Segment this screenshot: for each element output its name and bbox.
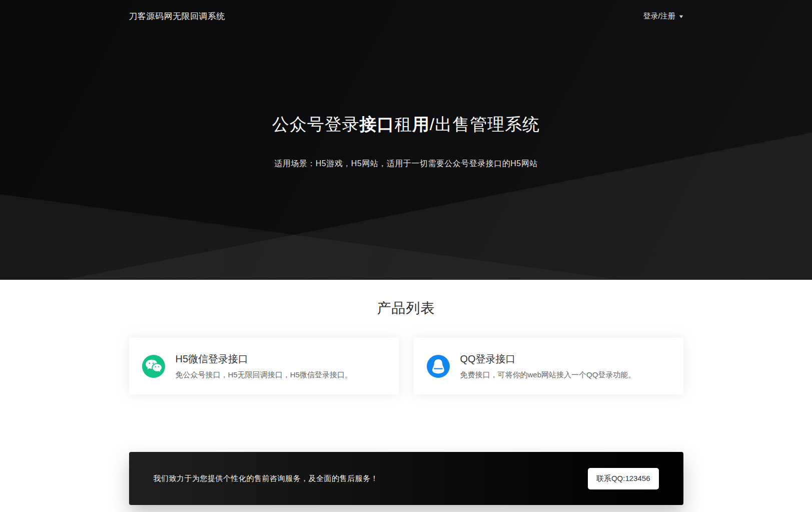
footer-section: 我们致力于为您提供个性化的售前咨询服务，及全面的售后服务！ 联系QQ:12345…	[0, 394, 812, 505]
hero-title-part: 用	[412, 115, 430, 134]
product-card-body: H5微信登录接口 免公众号接口，H5无限回调接口，H5微信登录接口。	[176, 352, 352, 380]
product-description: 免费接口，可将你的web网站接入一个QQ登录功能。	[460, 370, 636, 380]
hero-title-part: 接口	[360, 115, 395, 134]
product-card-wechat[interactable]: H5微信登录接口 免公众号接口，H5无限回调接口，H5微信登录接口。	[129, 338, 399, 394]
product-title: QQ登录接口	[460, 352, 636, 366]
contact-banner-message: 我们致力于为您提供个性化的售前咨询服务，及全面的售后服务！	[154, 474, 379, 483]
product-card-qq[interactable]: QQ登录接口 免费接口，可将你的web网站接入一个QQ登录功能。	[414, 338, 683, 394]
hero-title-part: 公众号登录	[272, 115, 360, 134]
chevron-down-icon: ▼	[678, 14, 684, 19]
contact-banner: 我们致力于为您提供个性化的售前咨询服务，及全面的售后服务！ 联系QQ:12345…	[129, 452, 683, 505]
product-card-body: QQ登录接口 免费接口，可将你的web网站接入一个QQ登录功能。	[460, 352, 636, 380]
login-register-label: 登录/注册	[643, 12, 675, 21]
hero-subtitle: 适用场景：H5游戏，H5网站，适用于一切需要公众号登录接口的H5网站	[0, 159, 812, 169]
top-nav: 刀客源码网无限回调系统 登录/注册 ▼	[129, 0, 683, 22]
contact-qq-button[interactable]: 联系QQ:123456	[588, 468, 659, 489]
login-register-link[interactable]: 登录/注册 ▼	[643, 12, 683, 21]
qq-icon	[427, 355, 450, 378]
wechat-icon	[142, 355, 165, 378]
hero-section: 刀客源码网无限回调系统 登录/注册 ▼ 公众号登录接口租用/出售管理系统 适用场…	[0, 0, 812, 280]
products-section: 产品列表	[0, 280, 812, 394]
hero-title-part: /出售管理系统	[430, 115, 540, 134]
hero-title: 公众号登录接口租用/出售管理系统	[0, 113, 812, 136]
page: 刀客源码网无限回调系统 登录/注册 ▼ 公众号登录接口租用/出售管理系统 适用场…	[0, 0, 812, 505]
product-card-list: H5微信登录接口 免公众号接口，H5无限回调接口，H5微信登录接口。 QQ登录接…	[129, 338, 683, 394]
product-description: 免公众号接口，H5无限回调接口，H5微信登录接口。	[176, 370, 352, 380]
hero-content: 公众号登录接口租用/出售管理系统 适用场景：H5游戏，H5网站，适用于一切需要公…	[0, 113, 812, 169]
products-heading: 产品列表	[0, 299, 812, 318]
hero-title-part: 租	[395, 115, 412, 134]
product-title: H5微信登录接口	[176, 352, 352, 366]
site-logo-text[interactable]: 刀客源码网无限回调系统	[129, 11, 226, 22]
